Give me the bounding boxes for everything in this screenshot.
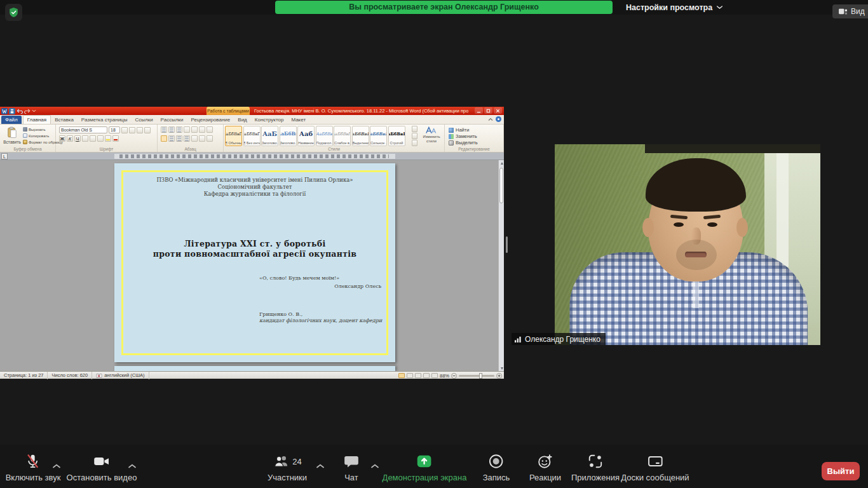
- font-name-select[interactable]: Bookman Old S: [59, 126, 107, 133]
- justify-button[interactable]: [184, 135, 190, 142]
- align-left-button[interactable]: [161, 135, 167, 142]
- shrink-font-button[interactable]: [129, 127, 135, 133]
- pane-divider-handle[interactable]: [506, 236, 508, 253]
- page-indicator[interactable]: Страница: 1 из 27: [0, 372, 48, 379]
- video-options-chevron[interactable]: [128, 460, 137, 471]
- show-paragraph-marks-button[interactable]: [207, 126, 213, 133]
- italic-button[interactable]: К: [67, 135, 73, 142]
- styles-gallery-more[interactable]: [412, 140, 417, 146]
- cut-button[interactable]: Вырезать: [23, 127, 46, 132]
- whiteboards-button[interactable]: Доски сообщений: [621, 452, 689, 482]
- clear-formatting-button[interactable]: [144, 127, 151, 133]
- style-card[interactable]: АаБбВвГг ¶ Без инте...: [243, 126, 261, 146]
- apps-button[interactable]: Приложения: [571, 452, 620, 482]
- align-right-button[interactable]: [176, 135, 182, 142]
- style-card[interactable]: АаБбВвГг Сильное ...: [370, 126, 387, 146]
- participants-options-chevron[interactable]: [316, 460, 325, 471]
- tab-stop-selector[interactable]: L: [1, 153, 8, 159]
- bullets-button[interactable]: [161, 126, 167, 133]
- web-layout-view-button[interactable]: [415, 373, 421, 378]
- stop-video-button[interactable]: Остановить видео: [67, 452, 137, 482]
- ribbon-tab[interactable]: Главная: [23, 115, 51, 124]
- ribbon-tab[interactable]: Конструктор: [251, 116, 288, 124]
- participant-video-tile[interactable]: [555, 144, 820, 345]
- chat-options-chevron[interactable]: [370, 460, 379, 471]
- style-card[interactable]: АаБ Заголово...: [261, 126, 278, 146]
- ribbon-tab[interactable]: Рассылки: [157, 116, 187, 124]
- shading-button[interactable]: [199, 135, 205, 142]
- scrollbar-thumb[interactable]: [499, 168, 503, 203]
- copy-button[interactable]: Копировать: [23, 133, 49, 138]
- zoom-level[interactable]: 88%: [440, 373, 449, 379]
- underline-button[interactable]: Ч: [74, 135, 81, 142]
- view-options-button[interactable]: Настройки просмотра: [626, 1, 723, 14]
- scroll-up-arrow[interactable]: [499, 160, 504, 166]
- font-size-select[interactable]: 18: [109, 126, 120, 133]
- style-card[interactable]: АаБбВв Подзагол...: [316, 126, 333, 146]
- reactions-button[interactable]: Реакции: [529, 452, 561, 482]
- chat-button[interactable]: Чат: [343, 452, 360, 482]
- decrease-indent-button[interactable]: [184, 126, 190, 133]
- outline-view-button[interactable]: [423, 373, 430, 378]
- zoom-in-button[interactable]: [496, 373, 502, 379]
- style-card[interactable]: АаБбВв Заголово...: [280, 126, 297, 146]
- find-button[interactable]: Найти: [449, 127, 469, 133]
- print-layout-view-button[interactable]: [398, 373, 405, 378]
- ribbon-tab[interactable]: Ссылки: [131, 116, 156, 124]
- fullscreen-view-button[interactable]: [407, 373, 413, 378]
- close-button[interactable]: [494, 107, 502, 114]
- help-icon[interactable]: [496, 116, 501, 122]
- draft-view-button[interactable]: [431, 373, 438, 378]
- superscript-button[interactable]: [97, 135, 104, 142]
- style-card[interactable]: АаБбВвГг ¶ Обычный: [225, 126, 242, 146]
- change-case-button[interactable]: [137, 127, 143, 133]
- strikethrough-button[interactable]: [82, 135, 88, 142]
- align-center-button[interactable]: [168, 135, 175, 142]
- share-screen-button[interactable]: Демонстрация экрана: [383, 452, 467, 482]
- quick-access-toolbar[interactable]: [1, 107, 36, 114]
- vertical-scrollbar[interactable]: [498, 160, 504, 371]
- audio-options-chevron[interactable]: [52, 460, 61, 471]
- ribbon-tab[interactable]: Файл: [1, 116, 22, 124]
- subscript-button[interactable]: [90, 135, 96, 142]
- horizontal-ruler[interactable]: L: [0, 152, 504, 160]
- security-shield-icon[interactable]: [5, 4, 22, 21]
- word-count[interactable]: Число слов: 620: [48, 372, 92, 379]
- paste-button[interactable]: Вставить: [3, 126, 21, 146]
- line-spacing-button[interactable]: [191, 135, 198, 142]
- document-page[interactable]: ПЗВО «Міжнародний класичний університет …: [114, 163, 395, 362]
- save-icon[interactable]: [9, 108, 15, 114]
- view-button[interactable]: Вид: [832, 4, 868, 18]
- ribbon-tab[interactable]: Вид: [234, 116, 250, 124]
- font-color-button[interactable]: [112, 135, 119, 142]
- ribbon-tab[interactable]: Рецензирование: [187, 116, 234, 124]
- multilevel-list-button[interactable]: [176, 126, 182, 133]
- style-card[interactable]: АаБбВвГг Строгий: [388, 126, 405, 146]
- ribbon-tab[interactable]: Макет: [287, 116, 309, 124]
- styles-scroll-up[interactable]: [412, 126, 417, 132]
- numbering-button[interactable]: [168, 126, 175, 133]
- zoom-slider-thumb[interactable]: [479, 373, 482, 379]
- collapse-ribbon-icon[interactable]: [488, 118, 493, 121]
- change-styles-button[interactable]: Изменить стили: [419, 126, 444, 146]
- borders-button[interactable]: [207, 135, 213, 142]
- undo-icon[interactable]: [17, 108, 23, 114]
- table-tools-context-tab[interactable]: Работа с таблицами: [207, 107, 250, 115]
- bold-button[interactable]: Ж: [59, 135, 65, 142]
- redo-icon[interactable]: [24, 108, 31, 114]
- sort-button[interactable]: [199, 126, 205, 133]
- scroll-down-arrow[interactable]: [499, 365, 504, 371]
- replace-button[interactable]: Заменить: [449, 133, 477, 139]
- select-button[interactable]: Выделить: [449, 140, 478, 146]
- styles-scroll-down[interactable]: [412, 133, 417, 139]
- participants-button[interactable]: 24 Участники: [268, 452, 307, 482]
- language-indicator[interactable]: английский (США): [92, 372, 149, 379]
- increase-indent-button[interactable]: [191, 126, 198, 133]
- highlight-color-button[interactable]: [105, 135, 111, 142]
- minimize-button[interactable]: [475, 107, 483, 114]
- style-card[interactable]: Ааб Название: [297, 126, 315, 146]
- restore-button[interactable]: [484, 107, 492, 114]
- ribbon-tab[interactable]: Разметка страницы: [78, 116, 132, 124]
- zoom-slider[interactable]: [459, 375, 494, 377]
- qat-more-icon[interactable]: [32, 109, 36, 112]
